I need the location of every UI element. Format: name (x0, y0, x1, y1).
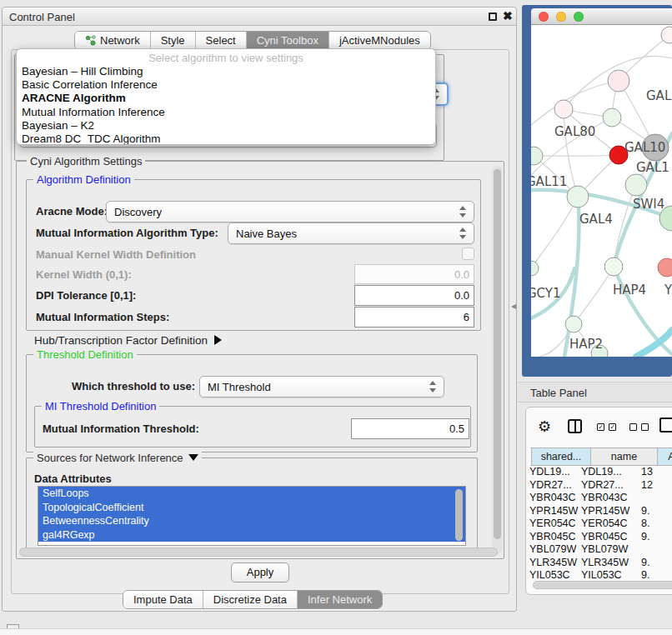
network-edge (531, 197, 578, 268)
tab-cyni-toolbox[interactable]: Cyni Toolbox (247, 32, 329, 49)
table-row[interactable]: YBL079WYBL079W (526, 543, 672, 557)
network-node[interactable] (554, 100, 573, 118)
table-cell: YER054C (581, 518, 641, 531)
combo-stepper-icon (429, 381, 437, 392)
network-view-titlebar[interactable] (531, 8, 672, 25)
gear-icon[interactable]: ⚙ (538, 418, 551, 436)
algorithm-popup-item[interactable]: Mutual Information Inference (17, 106, 435, 119)
mi-threshold-value: 0.5 (449, 422, 464, 435)
table-panel-title: Table Panel (530, 387, 587, 399)
network-node[interactable] (608, 70, 629, 92)
checked-box-icon[interactable]: ✓ (609, 423, 616, 431)
float-window-icon[interactable] (489, 12, 497, 21)
algorithm-popup-item[interactable]: Dream8 DC_TDC Algorithm (17, 132, 435, 145)
dpi-tolerance-field[interactable]: 0.0 (354, 285, 474, 306)
table-header: shared... name A (531, 448, 672, 466)
column-header-partial[interactable]: A (658, 448, 672, 466)
table-row[interactable]: YLR345WYLR345W9. (526, 557, 672, 570)
table-panel-body: ⚙ ✓ ✓ shared... name A YDL19...YDL19...1… (525, 407, 672, 595)
algorithm-popup-item[interactable]: ARACNE Algorithm (17, 92, 435, 105)
splitter-grip-icon[interactable]: ◀ (511, 302, 516, 310)
column-header-shared-name[interactable]: shared... (531, 448, 591, 466)
network-node[interactable] (604, 258, 623, 276)
table-row[interactable]: YIL053CYIL053C9. (526, 569, 672, 581)
tab-network[interactable]: Network (75, 32, 151, 49)
algorithm-popup-list: Select algorithm to view settings Bayesi… (16, 48, 436, 145)
table-row[interactable]: YPR145WYPR145W9. (526, 505, 672, 518)
tab-network-label: Network (100, 34, 140, 47)
network-canvas[interactable]: GALGAL80GAL10GAL1GAL11SWI4GAL4GCY1HAP4YH… (531, 25, 672, 357)
settings-vscrollbar-thumb[interactable] (494, 169, 501, 539)
mi-steps-label: Mutual Information Steps: (36, 311, 169, 323)
table-row[interactable]: YDL19...YDL19...13 (526, 466, 672, 479)
network-node[interactable] (658, 258, 672, 277)
mi-algorithm-type-value: Naive Bayes (236, 228, 297, 240)
algorithm-popup-item[interactable]: Bayesian – Hill Climbing (17, 65, 435, 78)
table-cell: YDL19... (581, 466, 641, 479)
node-label: GAL80 (554, 124, 595, 139)
data-attribute-item[interactable]: BetweennessCentrality (38, 514, 465, 528)
data-attribute-item[interactable]: gal4RGexp (38, 528, 465, 542)
table-doc-icon[interactable] (659, 418, 672, 432)
table-panel-titlebar[interactable]: Table Panel (518, 382, 672, 402)
control-panel-window: Control Panel ✖ Network Style Select Cyn… (2, 7, 517, 612)
data-attributes-list[interactable]: SelfLoopsTopologicalCoefficientBetweenne… (38, 486, 466, 546)
network-node[interactable] (603, 108, 621, 127)
network-node[interactable] (567, 186, 589, 208)
algorithm-popup-item[interactable]: Bayesian – K2 (17, 119, 435, 132)
aracne-mode-combo[interactable]: Discovery (106, 201, 474, 222)
table-cell: YLR345W (581, 557, 641, 570)
table-cell: 9. (641, 505, 672, 518)
tab-discretize-data[interactable]: Discretize Data (203, 591, 298, 608)
tab-infer-network[interactable]: Infer Network (298, 591, 382, 608)
sources-title-label: Sources for Network Inference (37, 452, 183, 464)
table-row[interactable]: YBR043CYBR043C (526, 492, 672, 505)
close-traffic-light[interactable] (539, 12, 549, 22)
checked-box-icon[interactable]: ✓ (597, 423, 604, 431)
mi-steps-field[interactable]: 6 (354, 307, 474, 328)
table-row[interactable]: YBR045CYBR045C9. (526, 531, 672, 544)
column-header-name[interactable]: name (591, 448, 658, 466)
table-cell: YBR043C (526, 492, 581, 505)
table-cell: YDR27... (581, 479, 641, 492)
sources-title[interactable]: Sources for Network Inference (33, 452, 202, 464)
columns-icon[interactable] (568, 419, 582, 433)
table-hscrollbar[interactable] (533, 581, 672, 589)
expanded-arrow-icon (188, 454, 198, 461)
table-row[interactable]: YDR27...YDR27...12 (526, 479, 672, 492)
list-vscrollbar-thumb[interactable] (455, 489, 463, 541)
network-node[interactable] (625, 174, 647, 196)
tab-jactivemnodules[interactable]: jActiveMNodules (329, 32, 430, 49)
data-attribute-item[interactable]: TopologicalCoefficient (38, 501, 465, 515)
mi-threshold-field[interactable]: 0.5 (351, 418, 469, 439)
which-threshold-combo[interactable]: MI Threshold (199, 376, 444, 398)
network-node[interactable] (565, 316, 582, 332)
network-node[interactable] (531, 261, 539, 276)
mi-threshold-label: Mutual Information Threshold: (43, 422, 199, 435)
table-cell: YPR145W (581, 505, 641, 518)
unchecked-box-icon[interactable] (641, 423, 649, 431)
close-icon[interactable]: ✖ (503, 9, 513, 22)
control-panel-titlebar[interactable]: Control Panel ✖ (3, 8, 516, 26)
algorithm-popup-items: Bayesian – Hill ClimbingBasic Correlatio… (17, 65, 435, 145)
network-edge (574, 267, 614, 324)
tab-impute-data[interactable]: Impute Data (123, 591, 203, 608)
data-attribute-item[interactable]: SelfLoops (38, 487, 465, 501)
mi-algorithm-type-combo[interactable]: Naive Bayes (228, 222, 474, 244)
tab-style[interactable]: Style (151, 32, 196, 49)
zoom-traffic-light[interactable] (574, 12, 584, 22)
settings-hscrollbar[interactable] (19, 548, 498, 557)
algorithm-popup-item[interactable]: Basic Correlation Inference (17, 78, 435, 92)
network-icon (85, 35, 96, 46)
kernel-width-field[interactable]: 0.0 (354, 264, 474, 284)
minimize-traffic-light[interactable] (556, 12, 566, 22)
manual-kernel-width-checkbox[interactable] (462, 248, 474, 260)
table-cell (641, 543, 672, 557)
node-label: GAL11 (531, 174, 567, 189)
apply-button[interactable]: Apply (231, 562, 289, 582)
table-cell: YDL19... (526, 466, 581, 479)
table-row[interactable]: YER054CYER054C8. (526, 518, 672, 531)
unchecked-box-icon[interactable] (629, 423, 637, 431)
tab-select[interactable]: Select (196, 32, 247, 49)
hub-definition-toggle[interactable]: Hub/Transcription Factor Definition (34, 334, 222, 347)
